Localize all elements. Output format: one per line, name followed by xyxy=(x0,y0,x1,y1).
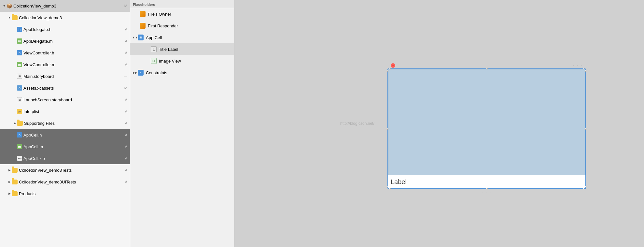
ib-canvas: http://blog.csdn.net/ · · · xyxy=(234,0,644,247)
disclosure-products[interactable] xyxy=(7,191,12,196)
assets-badge: M xyxy=(124,86,127,90)
folder-icon-tests xyxy=(12,168,18,173)
label-icon: L xyxy=(150,46,157,52)
folder-icon-uitests xyxy=(12,180,18,184)
bottom-dots: · · · xyxy=(482,190,492,194)
watermark-text: http://blog.csdn.net/ xyxy=(340,121,374,126)
plist-icon: pl xyxy=(17,109,22,114)
sidebar-item-viewcontroller-m[interactable]: m ViewController.m A xyxy=(0,59,130,70)
main-group-label: CollcetionView_demo3 xyxy=(19,15,126,20)
cell-icon: ⊞ xyxy=(137,34,144,41)
m-icon: m xyxy=(17,144,22,149)
sidebar-item-main-storyboard[interactable]: ⊞ Main.storyboard — xyxy=(0,70,130,82)
disclosure-constraints[interactable]: ▶ xyxy=(133,70,137,75)
image-view-label: Image View xyxy=(159,59,231,64)
viewcontroller-h-badge: A xyxy=(125,51,127,55)
xib-close-button[interactable] xyxy=(391,63,395,68)
xib-label-text: Label xyxy=(391,178,407,186)
disclosure-uitests[interactable] xyxy=(7,180,12,184)
m-icon: m xyxy=(17,62,22,67)
sidebar-item-appcell-m[interactable]: m AppCell.m A xyxy=(0,141,130,153)
sidebar-item-appcell-xib[interactable]: xib AppCell.xib A xyxy=(0,153,130,164)
appcell-xib-badge: A xyxy=(125,156,127,160)
launchscreen-badge: A xyxy=(125,98,127,102)
products-label: Products xyxy=(19,191,126,196)
outline-item-app-cell[interactable]: ▼ ⊞ App Cell xyxy=(130,32,234,43)
xib-image-area xyxy=(388,69,585,175)
uitests-badge: A xyxy=(125,180,127,184)
sidebar-item-info-plist[interactable]: pl Info.plist A xyxy=(0,106,130,117)
disclosure-app-cell[interactable]: ▼ xyxy=(133,35,137,40)
disclosure-supporting[interactable] xyxy=(12,121,17,125)
appdelegate-h-label: AppDelegate.h xyxy=(23,27,124,32)
folder-icon-products xyxy=(12,191,18,196)
sidebar-item-appdelegate-m[interactable]: m AppDelegate.m A xyxy=(0,35,130,47)
outline-item-first-responder[interactable]: First Responder xyxy=(130,20,234,32)
cube-icon-first-responder xyxy=(139,22,146,29)
appdelegate-m-badge: A xyxy=(125,39,127,43)
sidebar-item-main-group[interactable]: CollcetionView_demo3 xyxy=(0,12,130,23)
main-storyboard-badge: — xyxy=(124,74,127,78)
sidebar-item-assets[interactable]: A Assets.xcassets M xyxy=(0,82,130,94)
title-label-label: Title Label xyxy=(159,47,231,52)
folder-icon-main xyxy=(12,15,18,20)
appcell-xib-label: AppCell.xib xyxy=(23,156,124,161)
viewcontroller-m-badge: A xyxy=(125,63,127,66)
sidebar-item-uitests[interactable]: CollcetionView_demo3UITests A xyxy=(0,176,130,188)
cube-icon-files-owner xyxy=(139,11,146,17)
project-root-label: CollcetionView_demo3 xyxy=(13,4,123,8)
appcell-m-badge: A xyxy=(125,145,127,149)
h-icon: h xyxy=(17,50,22,55)
launchscreen-label: LaunchScreen.storyboard xyxy=(23,97,124,102)
placeholders-header: Placeholders xyxy=(130,0,234,8)
info-plist-badge: A xyxy=(125,109,127,113)
disclosure-tests[interactable] xyxy=(7,168,12,172)
info-plist-label: Info.plist xyxy=(23,109,124,114)
xcassets-icon: A xyxy=(17,85,22,91)
sidebar-item-viewcontroller-h[interactable]: h ViewController.h A xyxy=(0,47,130,59)
sidebar-item-products[interactable]: Products xyxy=(0,188,130,199)
storyboard-icon: ⊞ xyxy=(17,97,22,102)
xib-label-area: Label xyxy=(388,175,585,188)
storyboard-icon: ⊞ xyxy=(17,74,22,79)
sidebar-item-project-root[interactable]: 📦 CollcetionView_demo3 M xyxy=(0,0,130,12)
project-root-badge: M xyxy=(124,4,127,8)
appdelegate-m-label: AppDelegate.m xyxy=(23,39,124,44)
disclosure-main-group[interactable] xyxy=(7,15,12,20)
outline-item-files-owner[interactable]: File's Owner xyxy=(130,8,234,20)
sidebar-item-supporting-files[interactable]: Supporting Files A xyxy=(0,117,130,129)
uitests-label: CollcetionView_demo3UITests xyxy=(19,180,124,184)
outline-item-constraints[interactable]: ▶ = Constraints xyxy=(130,67,234,79)
imageview-icon: ⊡ xyxy=(150,58,157,64)
xib-preview-window: · · · Label xyxy=(387,68,586,189)
disclosure-project[interactable] xyxy=(2,4,7,8)
constraints-icon: = xyxy=(137,69,144,76)
outline-item-image-view[interactable]: ⊡ Image View xyxy=(130,55,234,67)
folder-icon-supporting xyxy=(17,121,23,126)
viewcontroller-h-label: ViewController.h xyxy=(23,51,124,55)
appcell-h-label: AppCell.h xyxy=(23,133,124,138)
app-cell-label: App Cell xyxy=(146,35,231,40)
h-icon: h xyxy=(17,27,22,32)
files-owner-label: File's Owner xyxy=(148,12,231,17)
file-navigator[interactable]: 📦 CollcetionView_demo3 M CollcetionView_… xyxy=(0,0,130,247)
outline-item-title-label[interactable]: L Title Label xyxy=(130,43,234,55)
constraints-label: Constraints xyxy=(146,70,231,75)
viewcontroller-m-label: ViewController.m xyxy=(23,62,124,67)
sidebar-item-appdelegate-h[interactable]: h AppDelegate.h A xyxy=(0,23,130,35)
first-responder-label: First Responder xyxy=(148,23,231,28)
sidebar-item-appcell-h[interactable]: h AppCell.h A xyxy=(0,129,130,141)
supporting-files-badge: A xyxy=(125,121,127,125)
assets-label: Assets.xcassets xyxy=(23,86,123,91)
ib-outline-panel: Placeholders File's Owner First Responde… xyxy=(130,0,234,247)
h-icon: h xyxy=(17,132,22,138)
appdelegate-h-badge: A xyxy=(125,27,127,31)
main-storyboard-label: Main.storyboard xyxy=(23,74,122,79)
xib-icon: xib xyxy=(17,156,22,161)
sidebar-item-tests[interactable]: CollcetionView_demo3Tests A xyxy=(0,164,130,176)
tests-badge: A xyxy=(125,168,127,172)
sidebar-item-launchscreen[interactable]: ⊞ LaunchScreen.storyboard A xyxy=(0,94,130,106)
top-dots: · · · xyxy=(573,64,583,67)
m-icon: m xyxy=(17,38,22,44)
appcell-m-label: AppCell.m xyxy=(23,144,124,149)
